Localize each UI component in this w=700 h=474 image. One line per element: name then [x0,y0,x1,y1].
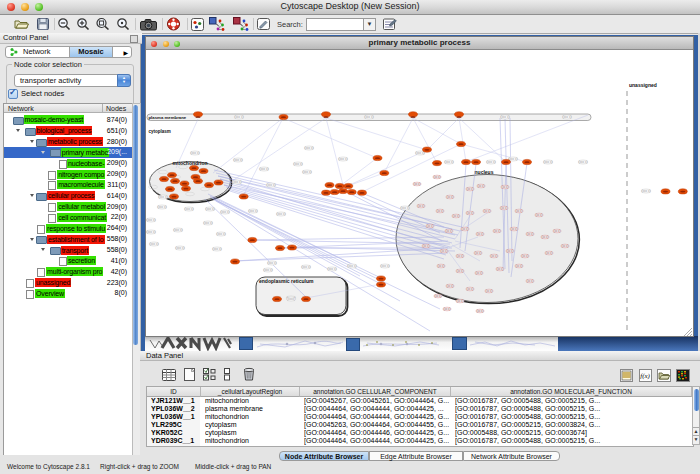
svg-text:(xxx x): (xxx x) [206,207,215,211]
svg-text:(xx x): (xx x) [437,209,444,213]
svg-text:(xx x): (xx x) [444,307,451,311]
svg-text:(xxx x): (xxx x) [416,151,425,155]
svg-text:(xx x): (xx x) [438,264,445,268]
svg-text:(xxx x): (xxx x) [365,115,374,119]
svg-text:(xx x): (xx x) [527,232,534,236]
svg-text:(xxx x): (xxx x) [264,268,273,272]
svg-text:(xxx x): (xxx x) [339,157,348,161]
svg-text:(xx x): (xx x) [462,227,469,231]
svg-text:(xxx x): (xxx x) [381,264,390,268]
svg-text:f(x): f(x) [640,372,650,380]
svg-text:(xxx x): (xxx x) [579,160,588,164]
svg-text:(xx x): (xx x) [494,229,501,233]
svg-text:(xx x): (xx x) [447,284,454,288]
svg-text:(xxx x): (xxx x) [302,265,311,269]
svg-text:(xx x): (xx x) [546,251,553,255]
svg-text:(xx x): (xx x) [477,232,484,236]
svg-text:(xx x): (xx x) [516,209,523,213]
svg-text:(xx x): (xx x) [457,269,464,273]
svg-text:(xx x): (xx x) [453,214,460,218]
svg-text:(xxx x): (xxx x) [563,115,572,119]
svg-text:unassigned: unassigned [629,82,657,88]
svg-text:(xx x): (xx x) [542,235,549,239]
svg-text:(xx x): (xx x) [434,175,441,179]
svg-text:(xxx x): (xxx x) [305,146,314,150]
svg-text:(xx x): (xx x) [477,309,484,313]
svg-text:(xx x): (xx x) [486,289,493,293]
svg-text:(xx x): (xx x) [475,251,482,255]
svg-text:(xxx x): (xxx x) [147,230,156,234]
svg-text:(xxx x): (xxx x) [277,212,286,216]
svg-text:(xxx x): (xxx x) [260,167,269,171]
svg-text:(xxx x): (xxx x) [233,180,242,184]
svg-text:(xxx x): (xxx x) [176,246,185,250]
svg-text:(xxx x): (xxx x) [147,218,156,222]
svg-text:(xx x): (xx x) [447,195,454,199]
svg-text:(xx x): (xx x) [467,187,474,191]
svg-text:(xxx x): (xxx x) [642,189,651,193]
svg-text:(xxx x): (xxx x) [191,151,200,155]
svg-text:(xx x): (xx x) [478,184,485,188]
svg-text:(xxx x): (xxx x) [221,210,230,214]
svg-text:(xxx x): (xxx x) [268,261,277,265]
svg-text:(xxx x): (xxx x) [267,183,276,187]
svg-text:(xxx x): (xxx x) [185,207,194,211]
svg-text:(xx x): (xx x) [484,209,491,213]
svg-text:(xx x): (xx x) [562,244,569,248]
svg-text:(xxx x): (xxx x) [544,160,553,164]
svg-text:(xxxx): (xxxx) [287,297,295,301]
svg-text:(xx x): (xx x) [516,264,523,268]
svg-text:(xxx x): (xxx x) [204,221,213,225]
svg-text:(xxx x): (xxx x) [303,170,312,174]
svg-text:(xxx x): (xxx x) [158,205,167,209]
svg-text:(xxx x): (xxx x) [501,115,510,119]
svg-text:(xxx x): (xxx x) [445,160,454,164]
svg-text:endoplasmic reticulum: endoplasmic reticulum [259,278,314,284]
svg-text:(xxx x): (xxx x) [150,242,159,246]
svg-text:(xx x): (xx x) [467,211,474,215]
svg-text:(xxx x): (xxx x) [348,264,357,268]
svg-text:(xxx x): (xxx x) [174,228,183,232]
svg-text:(xx x): (xx x) [507,249,514,253]
svg-text:(xx x): (xx x) [536,213,543,217]
svg-text:(xxx x): (xxx x) [487,160,496,164]
svg-text:(xxx x): (xxx x) [294,162,303,166]
svg-text:(xxx x): (xxx x) [234,158,243,162]
svg-text:(xx x): (xx x) [435,294,442,298]
svg-text:(xx x): (xx x) [414,182,421,186]
svg-text:(xx x): (xx x) [446,229,453,233]
svg-text:(xx x): (xx x) [467,287,474,291]
svg-text:(xxx x): (xxx x) [235,115,244,119]
svg-text:(xxx x): (xxx x) [159,195,168,199]
svg-text:(xx x): (xx x) [491,254,498,258]
svg-text:(xxx x): (xxx x) [217,232,226,236]
svg-text:(xxx x): (xxx x) [328,267,337,271]
svg-text:nucleus: nucleus [475,169,494,175]
svg-text:(xx x): (xx x) [527,279,534,283]
svg-text:(xx x): (xx x) [441,249,448,253]
svg-text:(xx x): (xx x) [511,227,518,231]
svg-text:cytoplasm: cytoplasm [149,129,171,134]
svg-text:(xx x): (xx x) [554,229,561,233]
svg-text:(xx x): (xx x) [423,244,430,248]
svg-text:plasma membrane: plasma membrane [149,115,187,120]
svg-text:(xx x): (xx x) [522,254,529,258]
svg-text:(xx x): (xx x) [457,299,464,303]
svg-text:(xxx x): (xxx x) [249,209,258,213]
svg-text:(xxx x): (xxx x) [401,206,410,210]
svg-text:(xx x): (xx x) [427,224,434,228]
svg-text:(xx x): (xx x) [457,254,464,258]
svg-text:(xx x): (xx x) [501,206,508,210]
svg-text:(xx x): (xx x) [418,204,425,208]
svg-text:(xx x): (xx x) [502,185,509,189]
svg-text:(xxx x): (xxx x) [213,247,222,251]
svg-text:(xx x): (xx x) [497,267,504,271]
svg-text:(xx x): (xx x) [476,271,483,275]
